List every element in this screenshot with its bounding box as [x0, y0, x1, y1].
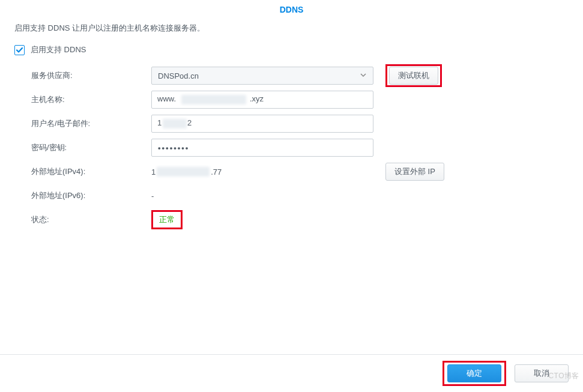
provider-select[interactable]: DNSPod.cn	[151, 67, 373, 85]
enable-ddns-label: 启用支持 DDNS	[31, 44, 86, 55]
username-label: 用户名/电子邮件:	[31, 118, 151, 129]
set-external-ip-button[interactable]: 设置外部 IP	[385, 163, 444, 181]
ipv6-value: -	[151, 189, 373, 203]
provider-label: 服务供应商:	[31, 70, 151, 81]
test-connection-button[interactable]: 测试联机	[389, 67, 438, 85]
ok-button[interactable]: 确定	[447, 364, 501, 382]
hostname-label: 主机名称:	[31, 94, 151, 105]
description-text: 启用支持 DDNS 让用户以注册的主机名称连接服务器。	[14, 23, 569, 34]
ipv4-label: 外部地址(IPv4):	[31, 166, 151, 177]
ipv4-prefix: 1	[151, 167, 156, 176]
chevron-down-icon	[360, 71, 367, 80]
provider-value: DNSPod.cn	[158, 71, 199, 80]
dialog-title: DDNS	[0, 0, 583, 23]
status-label: 状态:	[31, 214, 151, 225]
enable-ddns-checkbox[interactable]	[14, 45, 25, 55]
ipv6-label: 外部地址(IPv6):	[31, 190, 151, 201]
ipv4-suffix: .77	[211, 167, 222, 176]
password-input[interactable]	[151, 139, 373, 157]
password-label: 密码/密钥:	[31, 142, 151, 153]
status-value: 正常	[159, 215, 175, 224]
cancel-button[interactable]: 取消	[515, 364, 569, 382]
dialog-footer: 确定 取消	[0, 354, 583, 392]
